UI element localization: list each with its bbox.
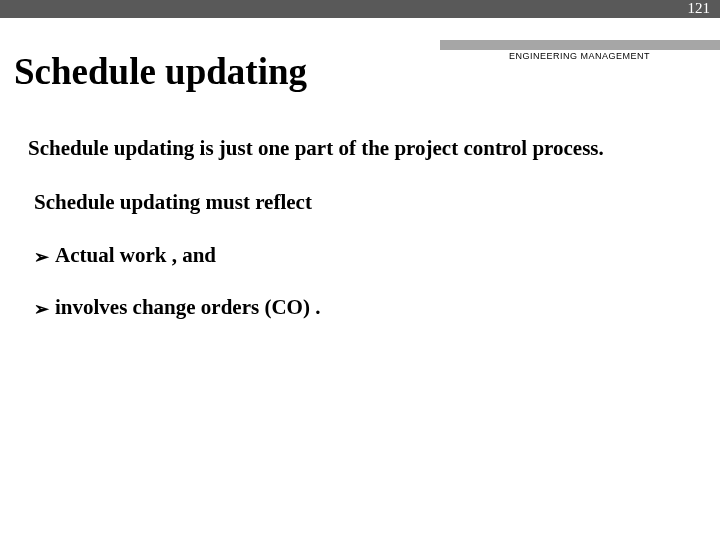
intro-paragraph: Schedule updating is just one part of th… [28, 134, 692, 162]
reflect-line: Schedule updating must reflect [28, 188, 692, 216]
header-label: ENGINEERING MANAGEMENT [509, 51, 650, 61]
bullet-text: involves change orders (CO) . [55, 295, 320, 319]
page-number: 121 [688, 0, 711, 17]
top-bar: 121 [0, 0, 720, 18]
header-accent-bar [440, 40, 720, 50]
header-area: ENGINEERING MANAGEMENT Schedule updating [0, 40, 720, 110]
bullet-arrow-icon: ➢ [34, 297, 49, 321]
bullet-item: ➢involves change orders (CO) . [28, 293, 692, 321]
bullet-text: Actual work , and [55, 243, 216, 267]
content-area: Schedule updating is just one part of th… [0, 110, 720, 321]
slide-title: Schedule updating [14, 50, 307, 93]
bullet-arrow-icon: ➢ [34, 245, 49, 269]
bullet-item: ➢Actual work , and [28, 241, 692, 269]
